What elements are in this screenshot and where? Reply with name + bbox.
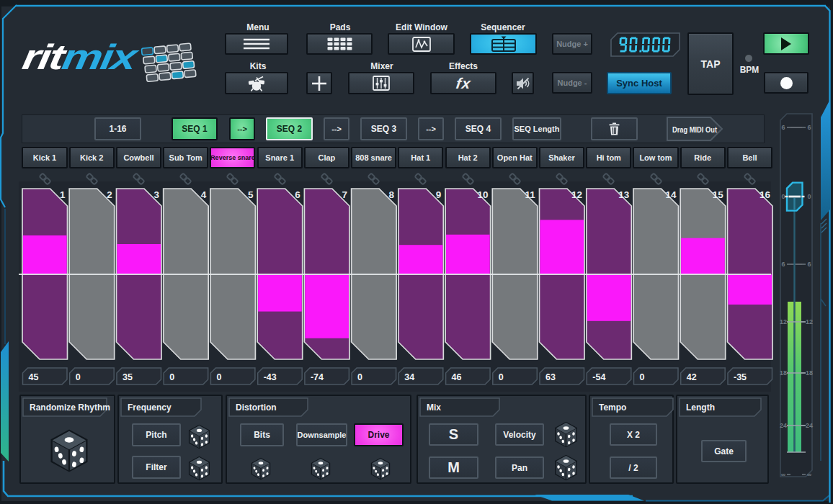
svg-text:45: 45 xyxy=(29,372,39,382)
svg-text:Mix: Mix xyxy=(427,402,441,413)
svg-text:-74: -74 xyxy=(311,372,324,382)
svg-text:Drag MIDI Out: Drag MIDI Out xyxy=(672,125,717,134)
svg-text:12: 12 xyxy=(780,318,787,325)
svg-text:15: 15 xyxy=(713,189,724,200)
svg-text:0: 0 xyxy=(640,372,645,382)
svg-text:63: 63 xyxy=(545,372,556,382)
svg-text:∞: ∞ xyxy=(807,471,812,478)
svg-text:Tempo: Tempo xyxy=(599,402,626,413)
svg-text:24: 24 xyxy=(806,422,813,429)
svg-text:13: 13 xyxy=(618,189,630,200)
svg-text:Length: Length xyxy=(686,402,715,413)
svg-text:46: 46 xyxy=(452,372,462,382)
svg-text:0: 0 xyxy=(216,372,221,382)
svg-text:35: 35 xyxy=(122,372,133,382)
svg-text:Randomize Rhythm: Randomize Rhythm xyxy=(30,402,110,413)
svg-text:12: 12 xyxy=(806,318,813,325)
svg-text:Distortion: Distortion xyxy=(236,402,277,413)
svg-text:∞: ∞ xyxy=(781,471,786,478)
svg-text:6: 6 xyxy=(295,189,300,200)
svg-text:0: 0 xyxy=(357,372,362,382)
svg-text:8: 8 xyxy=(389,189,395,200)
svg-text:3: 3 xyxy=(153,189,159,200)
svg-text:2: 2 xyxy=(107,189,112,200)
svg-text:6: 6 xyxy=(807,124,811,131)
svg-text:18: 18 xyxy=(806,369,813,377)
svg-text:16: 16 xyxy=(760,189,771,200)
svg-text:10: 10 xyxy=(478,189,489,200)
svg-text:5: 5 xyxy=(248,189,254,200)
svg-text:12: 12 xyxy=(571,189,582,200)
svg-text:11: 11 xyxy=(525,189,536,200)
svg-text:-43: -43 xyxy=(264,372,277,382)
svg-text:0: 0 xyxy=(169,372,174,382)
svg-text:9: 9 xyxy=(436,189,442,200)
svg-text:0: 0 xyxy=(76,372,81,382)
svg-text:1: 1 xyxy=(60,189,66,200)
svg-text:4: 4 xyxy=(201,189,207,200)
svg-text:-35: -35 xyxy=(734,372,747,382)
svg-text:0: 0 xyxy=(781,193,785,200)
svg-text:14: 14 xyxy=(665,189,677,200)
svg-text:7: 7 xyxy=(342,189,347,200)
svg-text:0: 0 xyxy=(499,372,504,382)
svg-text:6: 6 xyxy=(781,124,785,131)
svg-text:18: 18 xyxy=(780,369,787,377)
svg-text:Frequency: Frequency xyxy=(128,402,172,413)
svg-text:24: 24 xyxy=(780,422,787,429)
svg-text:-54: -54 xyxy=(592,372,605,382)
svg-text:34: 34 xyxy=(404,372,414,382)
svg-text:42: 42 xyxy=(687,372,697,382)
svg-text:0: 0 xyxy=(807,193,811,200)
svg-text:6: 6 xyxy=(807,261,811,268)
svg-text:6: 6 xyxy=(781,261,785,268)
